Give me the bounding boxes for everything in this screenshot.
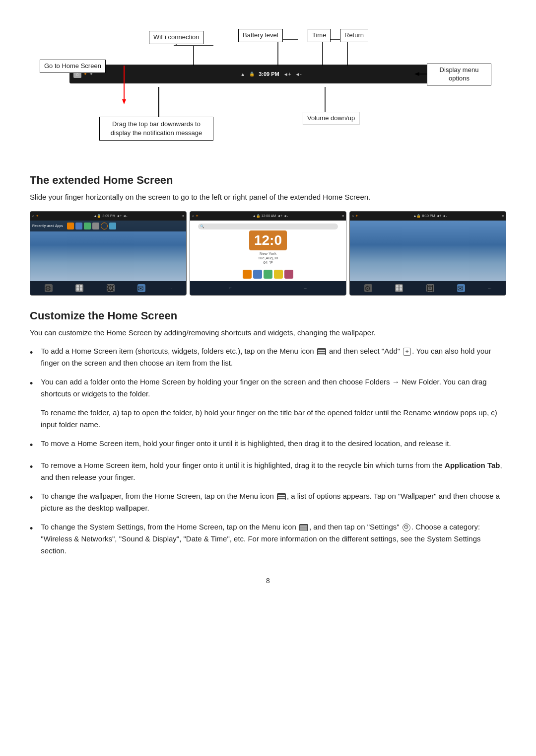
bullet-2: You can add a folder onto the Home Scree…: [30, 376, 506, 400]
status-bar-mockup: ⌂ ✦ ✦ ▲ 🔒 3:09 PM ◄+ ◄- ◀: [69, 65, 467, 83]
screenshots-row: ⌂ ✦ ▲🔒 8:09 PM ◄+ ◄- ≡ Recently used App…: [30, 211, 506, 296]
dock-apps: [75, 284, 83, 292]
bullet-6: To change the System Settings, from the …: [30, 521, 506, 557]
dock-r-email: ✉: [457, 284, 465, 292]
bullet-4-text: To remove a Home Screen item, hold your …: [41, 459, 506, 483]
dock-dots: ...: [168, 286, 172, 290]
ss-mid-body: 🔍 12:0 New York Tue,Aug,30 64 °F: [190, 221, 346, 281]
recently-bar: Recently used Apps: [30, 221, 186, 231]
recent-icon-6: [109, 223, 116, 229]
dock-settings: ⚙: [45, 284, 53, 292]
screenshot-mid: ⌂ ✦ ▲🔒 12:00 AM ◄+ ◄- ≡ 🔍 12:0 New York …: [190, 211, 346, 296]
return-label: Return: [340, 29, 368, 42]
diagram-section: ⌂ ✦ ✦ ▲ 🔒 3:09 PM ◄+ ◄- ◀: [30, 20, 506, 159]
home-screen-label: Go to Home Screen: [40, 60, 106, 73]
menu-icon-inline-2: [277, 493, 286, 500]
dock-r-dots: ...: [488, 286, 491, 290]
extended-home-title: The extended Home Screen: [30, 174, 506, 187]
bullet-5: To change the wallpaper, from the Home S…: [30, 490, 506, 514]
dock-r-gallery: 🖼: [426, 284, 434, 292]
extended-home-intro: Slide your finger horizontally on the sc…: [30, 192, 506, 203]
ss-left-body: Recently used Apps: [30, 221, 186, 281]
customize-bullets: To add a Home Screen item (shortcuts, wi…: [30, 345, 506, 400]
status-time: 3:09 PM: [259, 71, 279, 77]
volume-label: Volume down/up: [303, 112, 359, 125]
recent-icon-3: [84, 223, 91, 229]
ss-left-dock: ⚙ 🖼 ✉ ...: [30, 281, 186, 295]
apps-grid: [241, 270, 295, 279]
bullet-5-text: To change the wallpaper, from the Home S…: [41, 490, 506, 514]
ss-mid-dock: ← ...: [190, 281, 346, 295]
sb-mid: ▲ 🔒 3:09 PM ◄+ ◄-: [93, 71, 449, 77]
screenshot-right: ⌂ ✦ ▲🔒 8:10 PM ◄+ ◄- ≡ ⚙ 🖼 ✉ ...: [349, 211, 506, 296]
recent-icon-1: [67, 223, 74, 229]
ss-right-body: [350, 221, 506, 281]
dock-mid-prev: ←: [229, 286, 232, 290]
dock-r-apps: [395, 284, 403, 292]
vol-up-icon: ◄+: [283, 72, 291, 77]
ss-left-status: ⌂ ✦ ▲🔒 8:09 PM ◄+ ◄- ≡: [30, 212, 186, 221]
menu-icon-inline-3: [299, 524, 308, 531]
bullet-6-text: To change the System Settings, from the …: [41, 521, 506, 557]
dock-gallery: 🖼: [107, 284, 115, 292]
add-icon-inline: [403, 348, 411, 356]
vol-down-icon: ◄-: [295, 72, 302, 77]
bullet-4: To remove a Home Screen item, hold your …: [30, 459, 506, 483]
recent-icon-4: [92, 223, 99, 229]
dock-mid-dots: ...: [304, 286, 307, 290]
customize-intro: You can customize the Home Screen by add…: [30, 327, 506, 339]
bullet-2-text: You can add a folder onto the Home Scree…: [41, 376, 506, 400]
customize-bullets-2: To move a Home Screen item, hold your fi…: [30, 438, 506, 557]
drag-notif-label: Drag the top bar downwards to display th…: [99, 117, 213, 141]
customize-title: Customize the Home Screen: [30, 309, 506, 322]
indent-rename: To rename the folder, a) tap to open the…: [41, 407, 506, 431]
app-3: [264, 270, 272, 279]
display-menu-label: Display menu options: [427, 64, 491, 85]
bullet-1: To add a Home Screen item (shortcuts, wi…: [30, 345, 506, 369]
recent-icon-5: [101, 223, 108, 229]
recent-icon-2: [75, 223, 82, 229]
time-label: Time: [308, 29, 331, 42]
ss-mid-status: ⌂ ✦ ▲🔒 12:00 AM ◄+ ◄- ≡: [190, 212, 346, 221]
app-2: [253, 270, 262, 279]
lock-icon: 🔒: [249, 72, 255, 76]
wifi-label: WiFi connection: [149, 31, 203, 44]
wifi-indicator: ▲: [240, 72, 245, 77]
screenshot-left: ⌂ ✦ ▲🔒 8:09 PM ◄+ ◄- ≡ Recently used App…: [30, 211, 187, 296]
bullet-3: To move a Home Screen item, hold your fi…: [30, 438, 506, 453]
clock-sub: New York Tue,Aug,30 64 °F: [258, 251, 278, 265]
page-number: 8: [30, 577, 506, 585]
svg-marker-10: [122, 99, 126, 104]
battery-label: Battery level: [238, 29, 283, 42]
settings-icon-inline: [402, 524, 410, 531]
app-4: [274, 270, 283, 279]
dock-r-settings: ⚙: [364, 284, 372, 292]
app-1: [243, 270, 252, 279]
ss-right-dock: ⚙ 🖼 ✉ ...: [350, 281, 506, 295]
bullet-3-text: To move a Home Screen item, hold your fi…: [41, 438, 506, 450]
clock-widget: 12:0: [249, 230, 287, 250]
search-bar-mini: 🔍: [198, 224, 338, 229]
menu-icon-inline: [317, 348, 326, 355]
app-5: [284, 270, 293, 279]
bullet-1-text: To add a Home Screen item (shortcuts, wi…: [41, 345, 506, 369]
dock-email: ✉: [137, 284, 145, 292]
ss-right-status: ⌂ ✦ ▲🔒 8:10 PM ◄+ ◄- ≡: [350, 212, 506, 221]
